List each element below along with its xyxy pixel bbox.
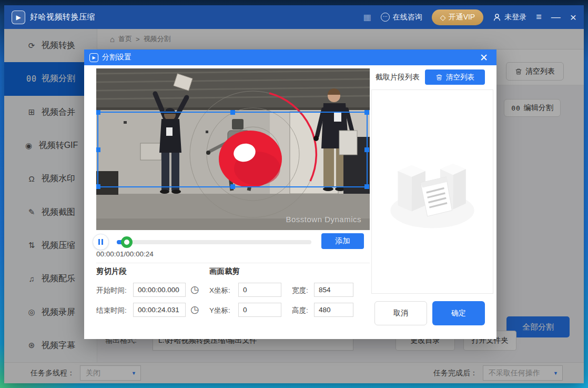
playback-time: 00:00:01/00:00:24 (96, 250, 154, 258)
dialog-titlebar: ▶ 分割设置 ✕ (84, 49, 496, 65)
online-service-button[interactable]: ⋯ 在线咨询 (381, 13, 422, 22)
segments-list-label: 截取片段列表 (376, 73, 420, 82)
segments-list (371, 89, 493, 294)
minimize-button[interactable]: — (551, 12, 561, 23)
user-icon (493, 13, 501, 22)
clip-section-heading: 剪切片段 (96, 266, 127, 276)
crop-handle[interactable] (230, 184, 235, 189)
diamond-icon: ◇ (440, 13, 446, 22)
chat-icon: ⋯ (381, 13, 390, 22)
clock-icon[interactable]: ◷ (190, 303, 199, 315)
close-button[interactable]: × (570, 11, 576, 24)
x-label: X坐标: (209, 286, 230, 295)
clear-segments-button[interactable]: 清空列表 (425, 69, 485, 85)
dialog-close-button[interactable]: ✕ (477, 53, 491, 63)
start-time-label: 开始时间: (96, 286, 127, 295)
dialog-logo-icon: ▶ (89, 53, 98, 62)
seek-slider[interactable] (117, 240, 311, 244)
width-label: 宽度: (292, 286, 308, 295)
crop-selection[interactable] (97, 112, 368, 187)
crop-handle[interactable] (364, 110, 369, 115)
end-time-input[interactable] (133, 303, 186, 317)
titlebar: ▶ 好哈视频转换压缩 ▦ ⋯ 在线咨询 ◇ 开通VIP 未登录 (4, 5, 584, 29)
height-label: 高度: (292, 306, 308, 315)
crop-handle[interactable] (364, 147, 369, 152)
qr-code-icon[interactable]: ▦ (363, 12, 371, 22)
add-segment-button[interactable]: 添加 (321, 233, 364, 249)
height-input[interactable] (314, 303, 353, 317)
app-title: 好哈视频转换压缩 (30, 12, 95, 22)
crop-handle[interactable] (230, 110, 235, 115)
slider-knob[interactable] (121, 236, 133, 248)
login-button[interactable]: 未登录 (493, 13, 526, 22)
confirm-button[interactable]: 确定 (432, 301, 485, 325)
video-preview[interactable]: Bosstown Dynamics (96, 68, 370, 230)
empty-state-illustration (382, 152, 482, 231)
trash-icon (435, 74, 443, 81)
vip-button[interactable]: ◇ 开通VIP (432, 9, 483, 25)
crop-handle[interactable] (96, 147, 100, 152)
clock-icon[interactable]: ◷ (190, 283, 199, 295)
desktop: ▶ 好哈视频转换压缩 ▦ ⋯ 在线咨询 ◇ 开通VIP 未登录 (0, 0, 588, 388)
split-settings-dialog: ▶ 分割设置 ✕ (84, 49, 496, 339)
start-time-input[interactable] (133, 283, 186, 297)
menu-icon[interactable]: ≡ (536, 12, 542, 23)
crop-handle[interactable] (364, 184, 369, 189)
crop-section-heading: 画面裁剪 (209, 266, 240, 276)
video-watermark: Bosstown Dynamics (286, 215, 361, 224)
app-logo-icon: ▶ (12, 11, 25, 24)
end-time-label: 结束时间: (96, 306, 127, 315)
crop-handle[interactable] (96, 110, 100, 115)
y-label: Y坐标: (209, 306, 230, 315)
pause-button[interactable] (93, 234, 109, 250)
crop-handle[interactable] (96, 184, 100, 189)
width-input[interactable] (314, 283, 353, 297)
divider (96, 263, 370, 263)
cancel-button[interactable]: 取消 (374, 301, 427, 325)
x-input[interactable] (238, 283, 281, 297)
y-input[interactable] (238, 303, 281, 317)
dialog-title: 分割设置 (102, 53, 131, 62)
